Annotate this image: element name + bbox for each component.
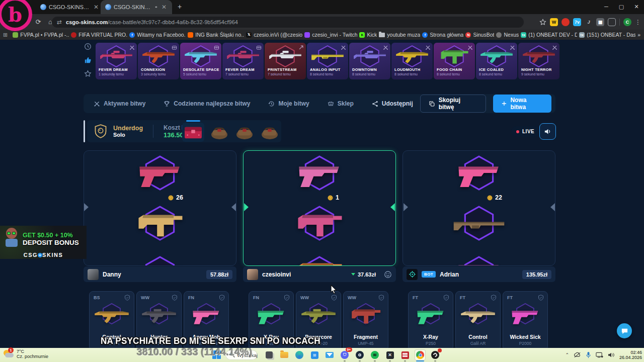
copy-battle-button[interactable]: Skopiuj bitwę [420,95,486,113]
tab-audio-icon[interactable] [155,5,158,10]
new-battle-button[interactable]: Nowa bitwa [493,95,552,113]
tune-icon[interactable]: ⇄ [57,19,62,26]
drop-card[interactable]: NIGHT TERROR 9 sekund temu [518,43,559,79]
thumbs-up-icon[interactable] [84,56,92,64]
extension-w-icon[interactable]: W [550,18,558,26]
deposit-bonus-banner[interactable]: GET $0.50 + 10% DEPOSIT BONUS CSGSKINS [0,226,87,259]
case-thumb[interactable] [208,123,230,142]
tab-close-icon[interactable]: ✕ [160,4,168,11]
mail-button[interactable] [324,349,335,360]
volume-icon[interactable] [608,352,615,358]
bookmark-x-profile[interactable]: 𝕏czesio.inVi (@czesio... [246,32,302,38]
bookmark-kick[interactable]: KKick [359,32,377,38]
player-row[interactable]: Danny 57.88zł [84,266,236,282]
bookmark-fifa[interactable]: FIFA VIRTUAL PRO... [71,32,127,38]
bookmark-star-icon[interactable] [539,19,546,26]
share-button[interactable]: Udostępnij [372,100,413,107]
bookmark-sinusbot[interactable]: NSinusBot [465,32,494,38]
address-bar[interactable]: ⇄ csgo-skins.com/case-battle/e3fc97c7-db… [52,17,524,28]
shield-check-icon[interactable] [219,295,225,301]
drop-card[interactable]: ANALOG INPUT 8 sekund temu [307,43,348,79]
onedrive-paused-icon[interactable] [574,352,581,358]
steam-button[interactable] [354,349,365,360]
minimize-button[interactable]: ─ [599,4,614,10]
drop-card[interactable]: FOOD CHAIN 8 sekund temu [434,43,475,79]
case-thumb[interactable] [233,123,256,142]
taskbar-clock[interactable]: 02:4626.04.2026 [619,350,642,360]
chat-widget-button[interactable] [617,323,632,338]
item-card[interactable]: FT Control Galil AR [455,291,501,348]
bookmark-facebook[interactable]: fWitamy na Faceboo... [129,32,186,38]
edge-button[interactable] [294,349,305,360]
case-thumb[interactable] [259,123,281,142]
recent-clock-icon[interactable] [84,43,92,50]
discord-button[interactable]: ᗜ9+ [339,349,350,360]
voicemeeter-button[interactable] [399,349,411,360]
bookmark-folder-youtube[interactable]: youtube muza [379,32,420,38]
browser-tab-1[interactable]: CSGO-SKINS.COM - Najlepsze ✕ [40,0,100,14]
network-display-icon[interactable] [596,352,603,358]
file-explorer-button[interactable] [279,349,290,360]
close-button[interactable]: ✕ [629,4,644,10]
spotify-button[interactable]: ≋ [369,349,380,360]
microphone-icon[interactable] [586,351,591,358]
shield-check-icon[interactable] [284,295,290,301]
shield-check-icon[interactable] [172,295,178,301]
player-row[interactable]: BOT Adrian 135.95zł [403,266,555,282]
bookmark-onbeat-dev[interactable]: tx(1) ONBEAT DEV - D... [521,32,577,38]
bookmark-twitch[interactable]: czesio_invi - Twitch [304,32,357,38]
bookmark-ing[interactable]: ING Bank Śląski no... [188,32,244,38]
case-thumb-active[interactable] [182,123,204,142]
drop-card[interactable]: ICE COALED 8 sekund temu [476,43,517,79]
drop-card[interactable]: DOWNTOWN 8 sekund temu [349,43,390,79]
tab-shop[interactable]: Sklep [328,100,354,107]
reload-icon[interactable]: ⟳ [32,18,44,26]
apps-grid-icon[interactable]: ⊞ [3,32,8,38]
obs-button[interactable] [430,349,441,360]
tab-daily-best-battles[interactable]: Codzienne najlepsze bitwy [164,100,250,107]
shield-check-icon[interactable] [538,295,544,301]
microsoft-store-button[interactable]: ⊞ [309,349,320,360]
chrome-button-active[interactable] [415,349,426,360]
star-filter-icon[interactable] [84,70,92,77]
tab-close-icon[interactable]: ✕ [93,4,100,11]
tray-expand-icon[interactable]: ⌃ [565,352,569,357]
bookmarks-overflow-chevron[interactable]: » [637,32,640,38]
drop-card[interactable]: LOUDMOUTH 8 sekund temu [391,43,433,79]
maximize-button[interactable]: ▢ [614,4,629,10]
shield-check-icon[interactable] [491,295,497,301]
tab-my-battles[interactable]: Moje bitwy [268,100,309,107]
shield-check-icon[interactable] [124,295,130,301]
menu-kebab-icon[interactable]: ⋮ [635,19,641,26]
item-card[interactable]: FT X-Ray P250 [408,291,453,348]
extension-7tv-icon[interactable]: 7v [573,18,581,26]
extension-j-icon[interactable]: J [585,18,593,26]
tab-active-battles[interactable]: Aktywne bitwy [94,100,145,107]
task-view-button[interactable] [264,349,275,360]
item-card[interactable]: WW Fragment UMP-45 [343,291,388,348]
weather-widget[interactable]: 1 7°CCz. pochmurnie [3,349,48,359]
shield-check-icon[interactable] [378,295,384,301]
bookmark-facebook-home[interactable]: fStrona główna [422,32,463,38]
drop-card[interactable]: FEVER DREAM 1 sekundę temu [96,43,137,79]
emote-icon[interactable] [384,270,392,279]
new-tab-button[interactable]: + [176,3,184,11]
bookmark-fvpa[interactable]: FVPA.pl • FVPA.pl -... [13,32,69,38]
player-row[interactable]: czesioinvi 37.63zł [243,266,396,282]
extension-box-icon[interactable]: ▦ [596,18,604,26]
x-app-button[interactable]: ✕ [384,349,395,360]
shield-check-icon[interactable] [443,295,449,301]
browser-tab-2-active[interactable]: CSGO-SKINS.COM - Najlep ✕ [101,0,172,14]
drop-card[interactable]: CONNEXION 3 sekundy temu [138,43,179,79]
extension-red-icon[interactable] [561,18,570,26]
drop-card[interactable]: DESOLATE SPACE 5 sekund temu [180,43,221,79]
drop-card[interactable]: FEVER DREAM 7 sekund temu [222,43,264,79]
bookmark-onbeat[interactable]: tx(151) ONBEAT - Das... [579,32,635,38]
profile-avatar[interactable]: C [623,18,631,26]
bookmark-nexus[interactable]: Nexus [496,32,519,38]
sound-toggle-button[interactable] [539,123,556,140]
item-card[interactable]: FT Wicked Sick P2000 [503,291,548,348]
extensions-puzzle-icon[interactable] [608,18,616,26]
drop-card[interactable]: PRINTSTREAM 7 sekund temu [265,43,306,79]
shield-check-icon[interactable] [331,295,337,301]
